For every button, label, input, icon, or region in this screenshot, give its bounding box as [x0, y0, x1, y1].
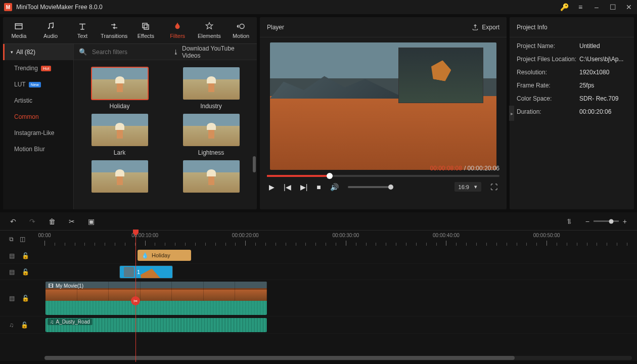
clip-video-main[interactable]: 🎞My Movie(1)	[46, 282, 267, 315]
track-lock-toggle[interactable]: 🔓	[22, 295, 29, 302]
tab-text[interactable]: Text	[67, 17, 99, 43]
timeline-ruler[interactable]: ⧉ ◫ ✂ 00:0000:00:10:0000:00:20:0000:00:3…	[0, 231, 637, 248]
search-input[interactable]	[92, 49, 168, 56]
filter-preview	[183, 67, 240, 100]
video-icon: 🎞	[49, 283, 54, 289]
track-lock-toggle[interactable]: 🔓	[21, 322, 28, 329]
timeline-tracks: ▤🔓 💧 Holiday ▤🔓 1 ▤🔓 🎞	[0, 248, 637, 361]
filop-icon: 💧	[142, 252, 149, 259]
filter-preview	[92, 114, 148, 146]
timeline-h-scrollbar[interactable]	[44, 356, 632, 360]
tab-effects[interactable]: Effects	[130, 17, 162, 43]
auto-fit-button[interactable]: ⥮	[566, 217, 572, 225]
upgrade-key-icon[interactable]: 🔑	[560, 3, 568, 11]
project-row: Duration:00:00:20:06	[517, 108, 627, 115]
play-button[interactable]: ▶	[269, 183, 275, 191]
project-row: Resolution:1920x1080	[517, 69, 627, 76]
zoom-slider[interactable]	[594, 220, 619, 222]
export-button[interactable]: Export	[472, 24, 499, 31]
download-icon: ⭳	[173, 49, 179, 56]
prev-frame-button[interactable]: |◀	[284, 183, 291, 191]
tab-media[interactable]: Media	[3, 17, 35, 43]
clip-audio-main[interactable]: ♫A_Dusty_Road	[46, 318, 267, 332]
delete-button[interactable]: 🗑	[49, 217, 56, 225]
minimize-icon[interactable]: –	[593, 3, 601, 11]
track-lock-toggle[interactable]: 🔓	[22, 268, 29, 276]
track-visibility-toggle[interactable]: ▤	[9, 295, 15, 302]
clip-filter-holiday[interactable]: 💧 Holiday	[138, 250, 191, 261]
filter-grid: 🔍 ⭳ Download YouTube Videos HolidayIndus…	[74, 44, 257, 209]
track-visibility-toggle[interactable]: ▤	[9, 268, 15, 276]
music-icon[interactable]: ♫	[9, 322, 14, 329]
next-frame-button[interactable]: ▶|	[300, 183, 308, 191]
filter-thumb-holiday[interactable]: Holiday	[84, 67, 155, 110]
svg-rect-3	[144, 25, 149, 29]
new-badge: New	[29, 82, 41, 87]
caret-down-icon: ▾	[11, 50, 13, 55]
track-filter: ▤🔓 💧 Holiday	[0, 248, 637, 264]
category-motion-blur[interactable]: Motion Blur	[3, 141, 73, 157]
filter-thumb-lark[interactable]: Lark	[84, 114, 155, 156]
category-all[interactable]: ▾All (82)	[3, 44, 73, 60]
project-row: Project Name:Untitled	[517, 42, 627, 50]
clip-pip-1[interactable]: 1	[119, 265, 173, 279]
timeline-toolbar: ↶ ↷ 🗑 ✂ ▣ ⥮ − +	[0, 212, 637, 231]
project-key: Project Name:	[517, 42, 579, 50]
ruler-label: 00:00:50:00	[533, 233, 560, 238]
category-artistic[interactable]: Artistic	[3, 93, 73, 109]
category-trending[interactable]: TrendingHot	[3, 60, 73, 76]
split-button[interactable]: ✂	[69, 217, 75, 225]
player-title: Player	[267, 24, 284, 31]
chevron-down-icon: ▾	[474, 184, 477, 190]
filter-preview	[183, 114, 240, 146]
match-cut-icon[interactable]: ⧉	[9, 236, 14, 243]
tab-motion[interactable]: Motion	[225, 17, 257, 43]
playhead[interactable]: ✂	[135, 231, 136, 362]
tab-transitions[interactable]: Transitions	[98, 17, 130, 43]
menu-icon[interactable]: ≡	[576, 3, 584, 11]
volume-icon[interactable]: 🔊	[330, 183, 339, 191]
stop-button[interactable]: ■	[316, 183, 321, 191]
category-instagram-like[interactable]: Instagram-Like	[3, 125, 73, 141]
svg-point-1	[52, 27, 53, 28]
collapse-panel-button[interactable]: ▸	[509, 106, 514, 121]
close-icon[interactable]: ✕	[625, 3, 633, 11]
cut-indicator-icon: ✂	[131, 296, 140, 305]
zoom-out-button[interactable]: −	[585, 217, 589, 225]
preview-video[interactable]	[270, 42, 496, 170]
track-lock-toggle[interactable]: 🔓	[22, 252, 29, 259]
category-lut[interactable]: LUTNew	[3, 76, 73, 93]
app-title: MiniTool MovieMaker Free 8.0.0	[16, 4, 556, 11]
undo-button[interactable]: ↶	[10, 217, 16, 225]
ruler-label: 00:00:40:00	[433, 233, 460, 238]
snap-icon[interactable]: ◫	[20, 236, 25, 243]
aspect-ratio-select[interactable]: 16:9▾	[454, 182, 481, 192]
maximize-icon[interactable]: ☐	[609, 3, 617, 11]
filter-thumb-row5[interactable]	[175, 160, 247, 196]
timecode-duration: / 00:00:20:06	[464, 165, 499, 172]
download-youtube-link[interactable]: ⭳ Download YouTube Videos	[173, 45, 252, 59]
filter-thumb-industry[interactable]: Industry	[175, 67, 247, 110]
timecode-current: 00:00:08:08	[430, 165, 462, 172]
volume-slider[interactable]	[348, 186, 393, 188]
hot-badge: Hot	[41, 66, 51, 71]
main-panels: Media Audio Text Transitions Effects Fil…	[0, 14, 637, 212]
tab-filters[interactable]: Filters	[162, 17, 194, 43]
tab-audio[interactable]: Audio	[35, 17, 67, 43]
search-icon: 🔍	[79, 48, 87, 56]
redo-button[interactable]: ↷	[29, 217, 35, 225]
filter-label: Lightness	[198, 149, 224, 156]
filter-thumb-row4[interactable]	[84, 160, 155, 196]
crop-button[interactable]: ▣	[88, 217, 95, 225]
category-common[interactable]: Common	[3, 109, 73, 125]
track-visibility-toggle[interactable]: ▤	[9, 252, 15, 259]
grid-scrollbar[interactable]	[253, 156, 256, 172]
svg-point-0	[48, 27, 50, 29]
timeline-panel: ↶ ↷ 🗑 ✂ ▣ ⥮ − + ⧉ ◫ ✂ 00:0000:00:10:0000…	[0, 212, 637, 361]
filter-thumb-lightness[interactable]: Lightness	[175, 114, 247, 156]
tab-elements[interactable]: Elements	[194, 17, 225, 43]
fullscreen-button[interactable]: ⛶	[490, 183, 497, 191]
zoom-in-button[interactable]: +	[623, 217, 627, 225]
seek-bar[interactable]	[267, 175, 499, 177]
project-value: SDR- Rec.709	[579, 95, 618, 102]
